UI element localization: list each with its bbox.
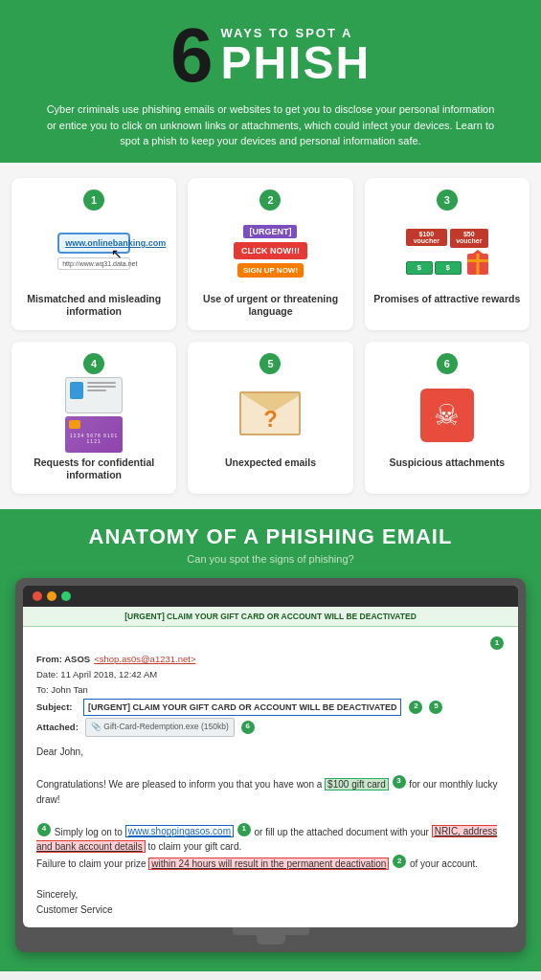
monitor-base	[233, 927, 309, 935]
browser-icon: www.onlinebanking.com http://www.wq31.da…	[57, 233, 130, 270]
dot-red	[33, 591, 42, 601]
email-body: Dear John, Congratulations! We are pleas…	[36, 745, 505, 919]
badge-2-mid: 2	[393, 855, 406, 868]
monitor-bar	[23, 586, 518, 607]
dot-yellow	[47, 591, 56, 601]
way-number-1: 1	[83, 189, 104, 211]
monitor: [URGENT] CLAIM YOUR GIFT CARD OR ACCOUNT…	[15, 578, 526, 952]
subject-value: [URGENT] CLAIM YOUR GIFT CARD OR ACCOUNT…	[83, 699, 401, 716]
attached-label: Attached:	[36, 720, 79, 734]
ways-section: 1 www.onlinebanking.com http://www.wq31.…	[0, 163, 541, 510]
email-top-subject: [URGENT] CLAIM YOUR GIFT CARD OR ACCOUNT…	[23, 607, 518, 627]
badge-1-mid: 1	[237, 823, 251, 836]
way-item-1: 1 www.onlinebanking.com http://www.wq31.…	[11, 178, 176, 330]
id-line-3	[87, 390, 106, 391]
envelope-icon: ?	[239, 391, 301, 439]
anatomy-section: ANATOMY OF A PHISHING EMAIL Can you spot…	[0, 509, 541, 971]
rewards-icon: $100 voucher $50 voucher $ $	[406, 229, 488, 275]
dot-green	[61, 591, 71, 601]
badge-2: 2	[409, 701, 422, 714]
from-label: From: ASOS	[36, 652, 90, 666]
way-item-3: 3 $100 voucher $50 voucher $ $	[365, 178, 530, 330]
date-value: Date: 11 April 2018, 12:42 AM	[36, 667, 157, 681]
way-icon-envelope: ?	[232, 382, 308, 449]
highlight-gift-card: $100 gift card	[325, 778, 389, 791]
way-icon-attachment: ☠	[409, 382, 485, 449]
skull-icon: ☠	[434, 398, 460, 432]
badge-5: 5	[429, 701, 442, 714]
way-number-2: 2	[259, 189, 281, 211]
id-photo	[70, 382, 83, 399]
credit-card-icon: 1234 5678 9101 1121	[65, 416, 123, 453]
header-section: 6 WAYS TO SPOT A PHISH Cyber criminals u…	[0, 0, 541, 163]
header-description: Cyber criminals use phishing emails or w…	[41, 101, 501, 149]
question-mark: ?	[263, 405, 278, 432]
id-line-1	[87, 382, 116, 384]
highlight-nric: NRIC, address and bank account details	[36, 825, 497, 853]
to-value: To: John Tan	[36, 682, 88, 697]
card-icon: 1234 5678 9101 1121	[65, 377, 123, 453]
gift-box-icon	[467, 254, 488, 275]
way-number-5: 5	[259, 353, 281, 374]
way-number-4: 4	[83, 353, 104, 374]
way-label-6: Suspicious attachments	[372, 457, 522, 470]
cursor-icon: ↖	[111, 246, 123, 261]
badge-1-top: 1	[490, 636, 504, 650]
signup-btn: SIGN UP NOW!	[237, 263, 304, 278]
highlight-deactivation: within 24 hours will result in the perma…	[148, 858, 389, 870]
monitor-stand	[257, 935, 285, 945]
from-email: <shop.as0s@a1231.net>	[94, 652, 195, 666]
subject-row: Subject: [URGENT] CLAIM YOUR GIFT CARD O…	[36, 699, 505, 716]
header-top: 6 WAYS TO SPOT A PHISH	[19, 17, 522, 94]
way-label-4: Requests for confidential information	[19, 457, 169, 482]
money-stack: $ $	[406, 254, 488, 275]
id-card-icon	[65, 377, 123, 413]
subject-label: Subject:	[36, 700, 79, 714]
id-lines	[87, 382, 118, 391]
bill-icon-2: $	[435, 261, 462, 275]
bill-icon: $	[406, 261, 433, 275]
to-row: To: John Tan	[36, 682, 505, 697]
way-item-4: 4 1234 5678 9101 1121	[11, 342, 176, 494]
way-number-3: 3	[437, 189, 458, 211]
click-now-btn: CLICK NOW!!!	[234, 242, 307, 259]
monitor-screen: [URGENT] CLAIM YOUR GIFT CARD OR ACCOUNT…	[23, 586, 518, 927]
urgent-tag: [URGENT]	[243, 225, 297, 238]
urgent-icon: [URGENT] CLICK NOW!!! SIGN UP NOW!	[234, 225, 307, 278]
sender: Customer Service	[36, 902, 505, 918]
way-item-6: 6 ☠ Suspicious attachments	[365, 342, 530, 494]
way-icon-card: 1234 5678 9101 1121	[56, 382, 132, 449]
ways-grid: 1 www.onlinebanking.com http://www.wq31.…	[11, 178, 530, 495]
body-para-3: Failure to claim your prize within 24 ho…	[36, 855, 505, 872]
attachment-icon: ☠	[420, 389, 474, 442]
way-label-1: Mismatched and misleading information	[19, 293, 169, 319]
date-row: Date: 11 April 2018, 12:42 AM	[36, 667, 505, 681]
attached-row: Attached: 📎 Gift-Card-Redemption.exe (15…	[36, 718, 505, 737]
way-icon-urgent: [URGENT] CLICK NOW!!! SIGN UP NOW!	[232, 218, 308, 285]
way-item-5: 5 ? Unexpected emails	[188, 342, 352, 494]
way-icon-rewards: $100 voucher $50 voucher $ $	[409, 218, 485, 285]
link-shoppingasos: www.shoppingasos.com	[125, 825, 234, 837]
anatomy-subtitle: Can you spot the signs of phishing?	[15, 553, 526, 565]
file-attachment-icon: 📎 Gift-Card-Redemption.exe (150kb)	[85, 718, 235, 737]
body-para-1: Congratulations! We are pleased to infor…	[36, 775, 505, 808]
number-6: 6	[170, 17, 214, 94]
way-icon-browser: www.onlinebanking.com http://www.wq31.da…	[56, 218, 132, 285]
ways-text: WAYS TO SPOT A PHISH	[220, 26, 371, 86]
email-content: 1 From: ASOS <shop.as0s@a1231.net> Date:…	[23, 627, 518, 927]
way-label-2: Use of urgent or threatening language	[195, 293, 345, 319]
way-label-5: Unexpected emails	[195, 457, 345, 470]
ways-line2: PHISH	[220, 40, 371, 86]
voucher-50: $50 voucher	[450, 229, 488, 248]
way-label-3: Promises of attractive rewards	[372, 293, 522, 306]
greeting: Dear John,	[36, 745, 505, 760]
badge-4: 4	[37, 823, 51, 836]
way-item-2: 2 [URGENT] CLICK NOW!!! SIGN UP NOW! Use…	[188, 178, 352, 330]
body-para-2: 4 Simply log on to www.shoppingasos.com …	[36, 823, 505, 856]
from-row: From: ASOS <shop.as0s@a1231.net>	[36, 652, 505, 666]
badge-6: 6	[241, 721, 255, 734]
way-number-6: 6	[437, 353, 458, 374]
envelope-body: ?	[239, 391, 301, 435]
anatomy-title: ANATOMY OF A PHISHING EMAIL	[15, 524, 526, 549]
id-line-2	[87, 386, 116, 388]
